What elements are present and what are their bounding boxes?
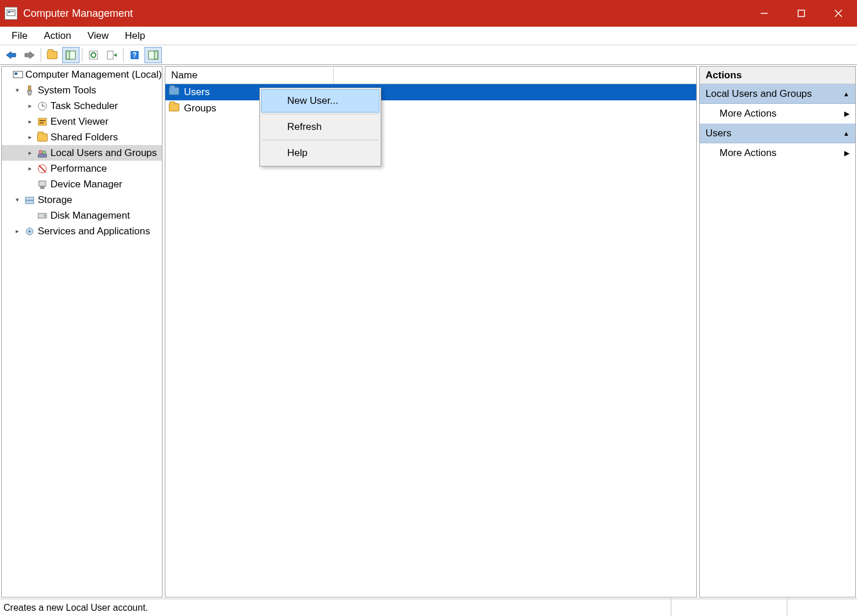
maximize-button[interactable]	[783, 0, 820, 27]
storage-icon	[24, 194, 35, 206]
tree-label: Shared Folders	[50, 132, 118, 143]
caret-right-icon: ▸	[26, 149, 34, 157]
system-tools-icon	[24, 85, 35, 96]
show-hide-actions-button[interactable]	[144, 47, 162, 63]
menu-file[interactable]: File	[3, 28, 35, 44]
title-bar: Computer Management	[0, 0, 857, 27]
caret-right-icon: ▸	[26, 133, 34, 141]
collapse-icon: ▲	[843, 90, 849, 97]
main-body: Computer Management (Local) ▾ System Too…	[0, 65, 857, 599]
computer-management-icon	[13, 69, 23, 81]
show-hide-tree-button[interactable]	[62, 47, 79, 63]
clock-icon	[37, 100, 48, 112]
svg-rect-34	[39, 181, 46, 186]
svg-point-41	[28, 230, 31, 233]
caret-down-icon: ▾	[13, 86, 21, 94]
up-button[interactable]	[44, 47, 61, 63]
svg-point-29	[39, 150, 42, 154]
tree-device-manager[interactable]: Device Manager	[2, 176, 162, 192]
tree-shared-folders[interactable]: ▸ Shared Folders	[2, 129, 162, 145]
forward-button[interactable]	[21, 47, 38, 63]
users-groups-icon	[37, 147, 48, 159]
svg-rect-26	[38, 118, 46, 125]
svg-text:?: ?	[132, 51, 136, 59]
caret-right-icon: ▸	[26, 118, 34, 125]
actions-section-label: Users	[706, 128, 731, 139]
context-menu: New User... Refresh Help	[259, 88, 381, 166]
svg-rect-18	[154, 51, 158, 59]
tree-services-apps[interactable]: ▸ Services and Applications	[2, 223, 162, 239]
tree-label: Storage	[38, 194, 73, 206]
shared-folders-icon	[37, 132, 48, 143]
menu-action[interactable]: Action	[35, 28, 79, 44]
status-bar: Creates a new Local User account.	[0, 599, 857, 616]
refresh-button[interactable]	[85, 47, 102, 63]
actions-pane: Actions Local Users and Groups ▲ More Ac…	[699, 66, 856, 597]
help-button[interactable]: ?	[126, 47, 143, 63]
tree-local-users-groups[interactable]: ▸ Local Users and Groups	[2, 145, 162, 161]
list-item-users[interactable]: Users	[165, 84, 696, 100]
menu-help[interactable]: Help	[117, 28, 153, 44]
tree-label: Device Manager	[50, 179, 122, 190]
tree-disk-management[interactable]: Disk Management	[2, 208, 162, 223]
toolbar-separator	[41, 48, 41, 62]
context-new-user[interactable]: New User...	[261, 89, 379, 113]
column-name[interactable]: Name	[165, 67, 334, 84]
tree-label: Services and Applications	[38, 226, 150, 237]
window-title: Computer Management	[23, 8, 133, 20]
svg-rect-4	[798, 10, 805, 17]
actions-section-lug[interactable]: Local Users and Groups ▲	[700, 84, 855, 104]
services-apps-icon	[24, 226, 35, 237]
actions-more-lug[interactable]: More Actions ▶	[700, 104, 855, 124]
tree-task-scheduler[interactable]: ▸ Task Scheduler	[2, 98, 162, 114]
tree-performance[interactable]: ▸ Performance	[2, 161, 162, 176]
list-header: Name	[165, 67, 696, 84]
caret-right-icon: ▸	[13, 227, 21, 235]
svg-marker-7	[6, 52, 16, 59]
menu-view[interactable]: View	[79, 28, 117, 44]
svg-rect-13	[107, 51, 113, 59]
status-text: Creates a new Local User account.	[0, 599, 671, 616]
back-button[interactable]	[2, 47, 20, 63]
context-help[interactable]: Help	[261, 142, 379, 165]
list-item-groups[interactable]: Groups	[165, 100, 696, 117]
svg-rect-31	[38, 154, 46, 157]
tree-root[interactable]: Computer Management (Local)	[2, 67, 162, 82]
tree-system-tools[interactable]: ▾ System Tools	[2, 82, 162, 98]
tree-pane: Computer Management (Local) ▾ System Too…	[1, 66, 162, 597]
tree-label: System Tools	[38, 85, 96, 96]
collapse-icon: ▲	[843, 130, 849, 137]
list-pane: Name Users Groups New User... Refresh He…	[165, 66, 697, 597]
svg-point-30	[42, 151, 46, 154]
export-list-button[interactable]	[103, 47, 121, 63]
context-separator	[262, 114, 378, 114]
actions-item-label: More Actions	[719, 147, 776, 159]
minimize-button[interactable]	[746, 0, 783, 27]
tree-label: Disk Management	[50, 210, 130, 222]
tree-label: Performance	[50, 163, 107, 175]
svg-rect-1	[8, 11, 10, 13]
context-refresh[interactable]: Refresh	[261, 115, 379, 139]
status-cell	[671, 599, 787, 616]
event-viewer-icon	[37, 116, 48, 128]
close-button[interactable]	[820, 0, 857, 27]
svg-rect-2	[11, 11, 14, 12]
actions-section-users[interactable]: Users ▲	[700, 124, 855, 143]
svg-rect-37	[26, 201, 34, 204]
caret-down-icon: ▾	[13, 196, 21, 204]
tree-event-viewer[interactable]: ▸ Event Viewer	[2, 114, 162, 129]
actions-more-users[interactable]: More Actions ▶	[700, 143, 855, 163]
svg-marker-14	[114, 53, 117, 57]
svg-marker-8	[25, 52, 34, 59]
tree-label: Event Viewer	[50, 116, 109, 128]
svg-point-39	[44, 215, 46, 216]
status-cell	[787, 599, 857, 616]
actions-item-label: More Actions	[719, 108, 776, 119]
tree-storage[interactable]: ▾ Storage	[2, 192, 162, 208]
svg-rect-28	[39, 122, 44, 124]
submenu-icon: ▶	[844, 149, 849, 157]
svg-rect-35	[41, 187, 44, 189]
tool-bar: ?	[0, 45, 857, 65]
tree-label: Task Scheduler	[50, 100, 118, 112]
tree-label: Computer Management (Local)	[26, 69, 162, 81]
